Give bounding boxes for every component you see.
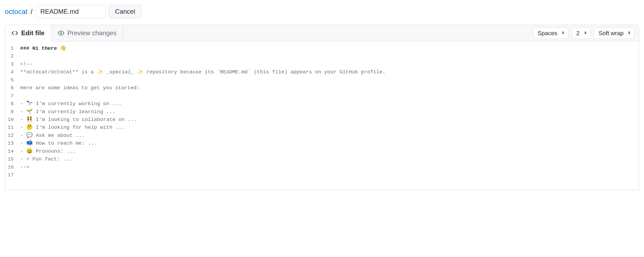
wrap-mode-select-wrap: Soft wrap	[594, 27, 635, 39]
line-content[interactable]: ### Hi there 👋	[20, 45, 66, 52]
line-content[interactable]: **octocat/octocat** is a ✨ _special_ ✨ r…	[20, 68, 385, 76]
line-number: 10	[5, 116, 20, 124]
line-number: 1	[5, 45, 20, 52]
line-number: 9	[5, 108, 20, 116]
code-line[interactable]: 3<!--	[5, 60, 639, 68]
filename-input[interactable]	[36, 5, 106, 18]
line-number: 8	[5, 100, 20, 108]
line-number: 11	[5, 124, 20, 131]
indent-mode-select[interactable]: Spaces	[533, 27, 568, 39]
line-content[interactable]: - 🤔 I'm looking for help with ...	[20, 124, 125, 131]
line-content[interactable]: - 😄 Pronouns: ...	[20, 148, 76, 155]
line-number: 5	[5, 76, 20, 84]
tab-edit-file[interactable]: Edit file	[5, 25, 51, 41]
line-number: 3	[5, 60, 20, 68]
code-editor[interactable]: 1### Hi there 👋23<!--4**octocat/octocat*…	[5, 41, 639, 190]
code-line[interactable]: 15- ⚡ Fun fact: ...	[5, 155, 639, 163]
code-line[interactable]: 2	[5, 52, 639, 60]
tab-preview-label: Preview changes	[67, 29, 117, 37]
editor-frame: Edit file Preview changes Spaces 2	[5, 25, 639, 190]
line-number: 16	[5, 163, 20, 171]
code-line[interactable]: 10- 👯 I'm looking to collaborate on ...	[5, 116, 639, 124]
line-content[interactable]: - 💬 Ask me about ...	[20, 132, 85, 140]
line-content[interactable]: - 📫 How to reach me: ...	[20, 140, 97, 147]
code-line[interactable]: 13- 📫 How to reach me: ...	[5, 140, 639, 147]
line-content[interactable]: Here are some ideas to get you started:	[20, 84, 140, 92]
line-content[interactable]: - 👯 I'm looking to collaborate on ...	[20, 116, 137, 124]
code-line[interactable]: 12- 💬 Ask me about ...	[5, 132, 639, 140]
line-number: 13	[5, 140, 20, 147]
tab-preview-changes[interactable]: Preview changes	[51, 25, 123, 41]
line-number: 2	[5, 52, 20, 60]
eye-icon	[58, 30, 64, 36]
breadcrumb-separator: /	[31, 8, 33, 16]
line-content[interactable]: - 🔭 I'm currently working on ...	[20, 100, 121, 108]
tabs-row: Edit file Preview changes Spaces 2	[5, 25, 639, 41]
toolbar-selects: Spaces 2 Soft wrap	[529, 25, 639, 41]
breadcrumb-row: octocat / Cancel	[5, 5, 639, 18]
line-content[interactable]: <!--	[20, 60, 33, 68]
line-number: 15	[5, 155, 20, 163]
code-line[interactable]: 17	[5, 171, 639, 179]
line-number: 12	[5, 132, 20, 140]
wrap-mode-select[interactable]: Soft wrap	[594, 27, 635, 39]
cancel-button[interactable]: Cancel	[109, 5, 141, 18]
line-number: 4	[5, 68, 20, 76]
code-line[interactable]: 11- 🤔 I'm looking for help with ...	[5, 124, 639, 131]
code-line[interactable]: 4**octocat/octocat** is a ✨ _special_ ✨ …	[5, 68, 639, 76]
code-line[interactable]: 5	[5, 76, 639, 84]
line-content[interactable]: - 🌱 I'm currently learning ...	[20, 108, 116, 116]
line-content[interactable]: - ⚡ Fun fact: ...	[20, 155, 72, 163]
code-line[interactable]: 7	[5, 92, 639, 100]
code-line[interactable]: 1### Hi there 👋	[5, 45, 639, 52]
indent-mode-select-wrap: Spaces	[533, 27, 568, 39]
code-line[interactable]: 16-->	[5, 163, 639, 171]
line-number: 14	[5, 148, 20, 155]
line-number: 17	[5, 171, 20, 179]
line-number: 7	[5, 92, 20, 100]
code-line[interactable]: 6Here are some ideas to get you started:	[5, 84, 639, 92]
line-content[interactable]: -->	[20, 163, 29, 171]
line-number: 6	[5, 84, 20, 92]
code-line[interactable]: 8- 🔭 I'm currently working on ...	[5, 100, 639, 108]
code-icon	[12, 30, 18, 36]
code-line[interactable]: 9- 🌱 I'm currently learning ...	[5, 108, 639, 116]
tabs-spacer	[123, 25, 529, 41]
indent-size-select-wrap: 2	[572, 27, 591, 39]
indent-size-select[interactable]: 2	[572, 27, 591, 39]
code-line[interactable]: 14- 😄 Pronouns: ...	[5, 148, 639, 155]
breadcrumb-owner-link[interactable]: octocat	[5, 8, 27, 16]
tab-edit-label: Edit file	[21, 29, 45, 37]
